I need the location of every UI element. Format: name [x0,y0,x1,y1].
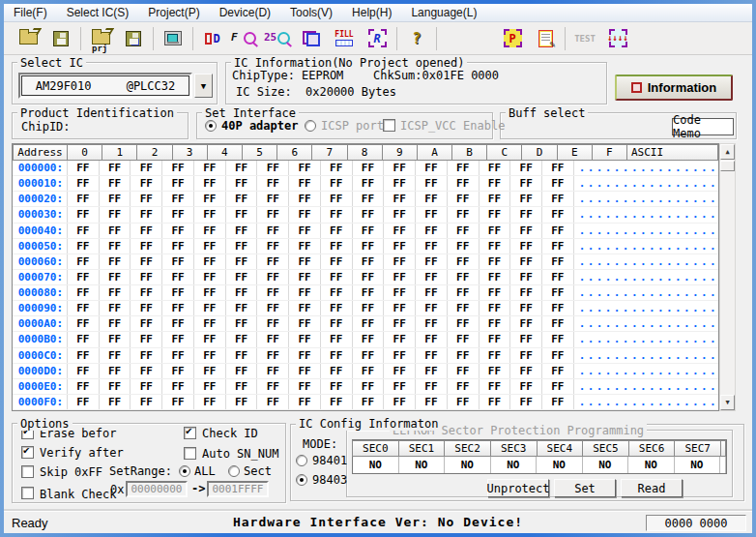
hex-byte-cell[interactable]: FF [416,348,448,363]
hex-byte-cell[interactable]: FF [321,301,353,315]
hex-byte-cell[interactable]: FF [510,395,542,409]
open-file-button[interactable] [12,25,44,52]
hex-byte-cell[interactable]: FF [257,285,289,300]
hex-byte-cell[interactable]: FF [100,254,131,269]
hex-byte-cell[interactable]: FF [321,379,353,394]
hex-byte-cell[interactable]: FF [131,239,162,254]
radio-mode-98403[interactable] [296,474,307,486]
hex-byte-cell[interactable]: FF [162,332,194,346]
hex-byte-cell[interactable]: FF [321,395,353,409]
hex-byte-cell[interactable]: FF [68,224,100,238]
hex-byte-cell[interactable]: FF [321,239,353,254]
hex-byte-cell[interactable]: FF [384,348,416,363]
hex-byte-cell[interactable]: FF [384,285,416,300]
hex-byte-cell[interactable]: FF [257,176,289,191]
hex-byte-cell[interactable]: FF [257,301,289,315]
hex-byte-cell[interactable]: FF [162,379,194,394]
hex-byte-cell[interactable]: FF [257,224,289,238]
hex-byte-cell[interactable]: FF [131,161,162,175]
hex-byte-cell[interactable]: FF [68,379,100,394]
hex-byte-cell[interactable]: FF [257,364,289,378]
hex-byte-cell[interactable]: FF [100,348,131,363]
set-button[interactable]: Set [554,479,616,497]
hex-byte-cell[interactable]: FF [448,239,480,254]
find-25-button[interactable]: 25 [262,25,295,52]
hex-byte-cell[interactable]: FF [542,348,574,363]
menu-device[interactable]: Device(D) [210,4,280,21]
hex-byte-cell[interactable]: FF [226,285,258,300]
hex-byte-cell[interactable]: FF [257,395,289,409]
hex-byte-cell[interactable]: FF [226,207,258,222]
hex-byte-cell[interactable]: FF [542,270,574,284]
hex-byte-cell[interactable]: FF [68,207,100,222]
hex-byte-cell[interactable]: FF [384,316,416,331]
hex-byte-cell[interactable]: FF [542,176,574,191]
hex-byte-cell[interactable]: FF [542,254,574,269]
hex-byte-cell[interactable]: FF [289,364,321,378]
hex-byte-cell[interactable]: FF [480,364,511,378]
hex-byte-cell[interactable]: FF [226,176,258,191]
verify-chip-button[interactable] [529,25,562,52]
hex-byte-cell[interactable]: FF [162,301,194,315]
hex-byte-cell[interactable]: FF [289,348,321,363]
hex-byte-cell[interactable]: FF [289,207,321,222]
hex-byte-cell[interactable]: FF [162,224,194,238]
hex-byte-cell[interactable]: FF [353,332,385,346]
range-end-input[interactable]: 0001FFFF [207,481,269,497]
hex-byte-cell[interactable]: FF [416,270,448,284]
hex-byte-cell[interactable]: FF [131,254,162,269]
hex-byte-cell[interactable]: FF [353,161,385,175]
hex-byte-cell[interactable]: FF [289,301,321,315]
hex-byte-cell[interactable]: FF [131,176,162,191]
hex-byte-cell[interactable]: FF [384,254,416,269]
hex-byte-cell[interactable]: FF [480,161,511,175]
hex-byte-cell[interactable]: FF [162,395,194,409]
hex-byte-cell[interactable]: FF [100,192,131,206]
hex-byte-cell[interactable]: FF [68,176,100,191]
fill-buffer-button[interactable]: FILL [328,25,361,52]
hex-byte-cell[interactable]: FF [480,379,511,394]
hex-byte-cell[interactable]: FF [226,270,258,284]
hex-byte-cell[interactable]: FF [510,224,542,238]
hex-byte-cell[interactable]: FF [194,332,226,346]
hex-byte-cell[interactable]: FF [510,239,542,254]
hex-byte-cell[interactable]: FF [384,161,416,175]
hex-byte-cell[interactable]: FF [480,285,511,300]
hex-byte-cell[interactable]: FF [353,301,385,315]
hex-byte-cell[interactable]: FF [194,348,226,363]
checkbox-blank-check[interactable] [21,487,34,499]
scroll-thumb[interactable] [720,161,735,171]
hex-byte-cell[interactable]: FF [480,254,511,269]
hex-byte-cell[interactable]: FF [162,364,194,378]
radio-range-sect[interactable] [228,465,240,477]
hex-byte-cell[interactable]: FF [480,192,511,206]
hex-byte-cell[interactable]: FF [162,254,194,269]
hex-byte-cell[interactable]: FF [353,224,385,238]
hex-byte-cell[interactable]: FF [353,239,385,254]
read-button[interactable]: Read [621,479,683,497]
hex-byte-cell[interactable]: FF [542,301,574,315]
hex-byte-cell[interactable]: FF [384,224,416,238]
hex-byte-cell[interactable]: FF [289,316,321,331]
hex-byte-cell[interactable]: FF [416,395,448,409]
hex-byte-cell[interactable]: FF [194,254,226,269]
hex-byte-cell[interactable]: FF [226,254,258,269]
hex-byte-cell[interactable]: FF [542,207,574,222]
hex-byte-cell[interactable]: FF [416,192,448,206]
hex-byte-cell[interactable]: FF [542,332,574,346]
hex-byte-cell[interactable]: FF [384,332,416,346]
hex-byte-cell[interactable]: FF [162,285,194,300]
hex-byte-cell[interactable]: FF [321,207,353,222]
menu-project[interactable]: Project(P) [138,4,209,21]
hex-byte-cell[interactable]: FF [68,316,100,331]
auto-burn-button[interactable]: ↓↓↓↓ [601,25,634,52]
hex-byte-cell[interactable]: FF [353,176,385,191]
hex-byte-cell[interactable]: FF [289,224,321,238]
hex-byte-cell[interactable]: FF [353,192,385,206]
hex-byte-cell[interactable]: FF [68,395,100,409]
hex-byte-cell[interactable]: FF [480,207,511,222]
hex-byte-cell[interactable]: FF [289,332,321,346]
hex-byte-cell[interactable]: FF [131,207,162,222]
unprotect-button[interactable]: Unprotect [487,479,549,497]
hex-byte-cell[interactable]: FF [510,285,542,300]
